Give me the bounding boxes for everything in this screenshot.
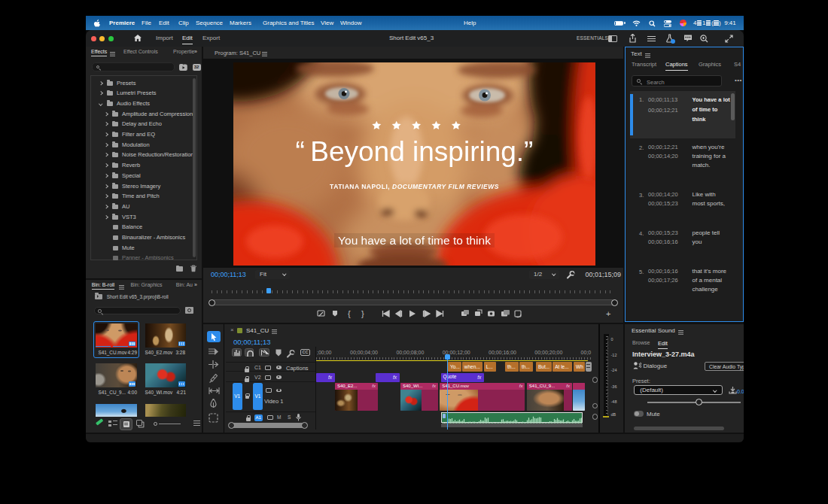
- svg-text:{: {: [348, 309, 351, 318]
- svg-text:}: }: [361, 309, 364, 318]
